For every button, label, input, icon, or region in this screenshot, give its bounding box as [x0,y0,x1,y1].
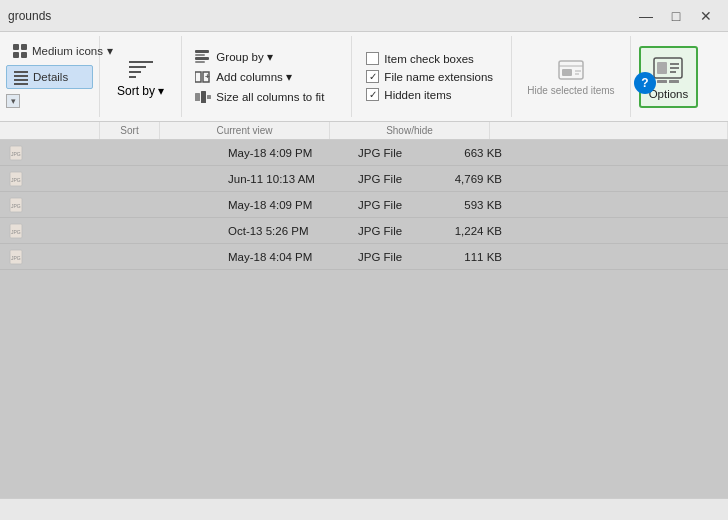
table-row[interactable]: JPG May-18 4:09 PM JPG File 593 KB [0,192,728,218]
hide-selected-label: Hide selected items [527,85,614,97]
svg-rect-7 [14,83,28,85]
item-checkboxes-label: Item check boxes [384,53,473,65]
file-extensions-toggle[interactable]: File name extensions [364,69,499,84]
file-extensions-checkbox [366,70,379,83]
current-view-section: Group by ▾ + Add columns ▾ [182,36,352,117]
show-hide-section: Item check boxes File name extensions Hi… [352,36,512,117]
svg-rect-20 [201,91,206,103]
size-cell: 1,224 KB [430,223,510,239]
details-icon [13,69,29,85]
table-row[interactable]: JPG May-18 4:09 PM JPG File 663 KB [0,140,728,166]
sort-section-label: Sort [100,122,160,139]
svg-rect-21 [207,95,211,99]
sort-label: Sort by ▾ [117,84,164,98]
current-view-section-label: Current view [160,122,330,139]
jpg-icon: JPG [8,197,24,213]
size-cell: 111 KB [430,249,510,265]
size-columns-button[interactable]: Size all columns to fit [190,88,343,106]
table-row[interactable]: JPG May-18 4:04 PM JPG File 111 KB [0,244,728,270]
ribbon-label-row: Sort Current view Show/hide [0,122,728,140]
jpg-icon: JPG [8,171,24,187]
add-columns-label: Add columns ▾ [216,70,292,84]
svg-rect-15 [195,61,205,63]
file-name-cell: JPG [0,143,220,163]
svg-rect-5 [14,75,28,77]
svg-rect-6 [14,79,28,81]
file-name-cell: JPG [0,221,220,241]
status-bar [0,498,728,520]
add-col-icon: + [195,70,211,84]
nav-area: Medium icons ▾ Details ▾ [0,36,100,117]
svg-rect-32 [657,80,667,83]
table-row[interactable]: JPG Oct-13 5:26 PM JPG File 1,224 KB [0,218,728,244]
svg-rect-13 [195,54,205,56]
window-controls: — □ ✕ [632,5,720,27]
sort-section: Sort by ▾ [100,36,182,117]
item-checkboxes-toggle[interactable]: Item check boxes [364,51,499,66]
svg-text:JPG: JPG [11,229,21,235]
date-cell: Oct-13 5:26 PM [220,223,350,239]
svg-text:JPG: JPG [11,255,21,261]
group-by-label: Group by ▾ [216,50,273,64]
options-label: Options [649,88,689,100]
maximize-button[interactable]: □ [662,5,690,27]
details-button[interactable]: Details [6,65,93,89]
type-cell: JPG File [350,171,430,187]
type-cell: JPG File [350,145,430,161]
type-cell: JPG File [350,249,430,265]
svg-rect-19 [195,93,200,101]
jpg-icon: JPG [8,145,24,161]
svg-text:JPG: JPG [11,203,21,209]
ribbon: Medium icons ▾ Details ▾ [0,32,728,122]
explorer-window: grounds — □ ✕ Medium icons ▾ [0,0,728,520]
file-name-cell: JPG [0,195,220,215]
title-bar: grounds — □ ✕ [0,0,728,32]
svg-rect-28 [657,62,667,74]
minimize-button[interactable]: — [632,5,660,27]
help-icon[interactable]: ? [634,72,656,94]
svg-rect-14 [195,57,209,60]
file-name-cell: JPG [0,247,220,267]
group-by-button[interactable]: Group by ▾ [190,48,343,66]
cv-buttons: Group by ▾ + Add columns ▾ [190,48,343,106]
medium-icons-label: Medium icons [32,45,103,57]
type-cell: JPG File [350,223,430,239]
size-col-icon [195,90,211,104]
svg-text:JPG: JPG [11,177,21,183]
grid-icon [12,43,28,59]
close-button[interactable]: ✕ [692,5,720,27]
group-icon [195,50,211,64]
svg-rect-3 [21,52,27,58]
show-hide-section-label: Show/hide [330,122,490,139]
svg-rect-33 [669,80,679,83]
medium-icons-button[interactable]: Medium icons ▾ [6,40,93,62]
add-columns-button[interactable]: + Add columns ▾ [190,68,343,86]
size-cell: 4,769 KB [430,171,510,187]
svg-rect-1 [21,44,27,50]
svg-rect-24 [562,69,572,76]
date-cell: May-18 4:09 PM [220,145,350,161]
options-section-label [490,122,728,139]
jpg-icon: JPG [8,223,24,239]
hide-selected-section: Hide selected items [512,36,630,117]
expand-button[interactable]: ▾ [6,94,20,108]
svg-rect-2 [13,52,19,58]
file-name-cell: JPG [0,169,220,189]
hidden-items-toggle[interactable]: Hidden items [364,87,499,102]
jpg-icon: JPG [8,249,24,265]
svg-text:JPG: JPG [11,151,21,157]
table-row[interactable]: JPG Jun-11 10:13 AM JPG File 4,769 KB [0,166,728,192]
svg-rect-0 [13,44,19,50]
file-extensions-label: File name extensions [384,71,493,83]
svg-rect-12 [195,50,209,53]
file-list: JPG May-18 4:09 PM JPG File 663 KB JPG J… [0,140,728,498]
date-cell: May-18 4:04 PM [220,249,350,265]
spacer-label [0,122,100,139]
item-checkboxes-checkbox [366,52,379,65]
type-cell: JPG File [350,197,430,213]
hide-selected-button[interactable]: Hide selected items [520,52,621,102]
window-title: grounds [8,9,51,23]
sort-button[interactable]: Sort by ▾ [108,51,173,103]
svg-rect-4 [14,71,28,73]
details-label: Details [33,71,68,83]
